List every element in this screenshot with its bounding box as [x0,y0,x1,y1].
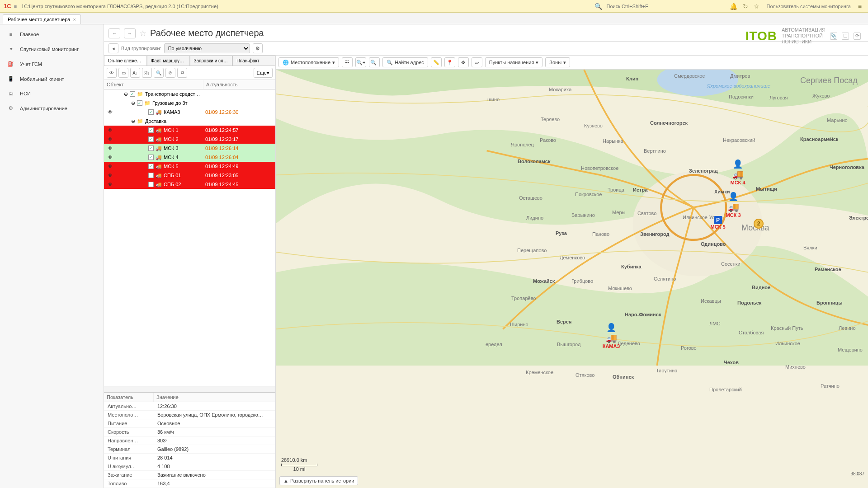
polygon-icon[interactable]: ▱ [472,57,482,67]
zoom-out-icon[interactable]: 🔍- [369,57,380,67]
tree-row[interactable]: ⊖ 📁 Транспортные средст… [104,89,275,99]
tree-row[interactable]: 👁 🚚 СПБ 0101/09 12:23:05 [104,171,275,180]
tb-sort2-icon[interactable]: Я↓ [142,68,152,78]
more-button[interactable]: Еще ▾ [254,68,273,78]
detail-row: Скорость36 км/ч [104,428,275,436]
map-city-label: Обнинск [613,374,634,380]
panel-tab[interactable]: План-факт [232,56,275,66]
map-toolbar: 🌐 Местоположение ▾ ☷ 🔍+ 🔍- 🔍 Найти адрес… [276,56,868,70]
detail-col-val: Значение [154,393,181,402]
menu-icon[interactable]: ≡ [14,4,17,9]
brand-block: ITOB АВТОМАТИЗАЦИЯТРАНСПОРТНОЙЛОГИСТИКИ … [745,27,861,45]
tb-filter-icon[interactable]: ▭ [118,68,128,78]
map-city-label: Пролетарский [709,387,742,392]
sidebar-label: Учет ГСМ [20,61,42,67]
detail-row: ТерминалGalileo (9892) [104,445,275,454]
nav-sidebar: ≡Главное✦Спутниковый мониторинг⛽Учет ГСМ… [0,24,104,488]
grouping-dropdown-icon[interactable]: ◂ [108,43,118,53]
sidebar-label: Главное [20,32,39,37]
tree-row[interactable]: 👁 🚚 СПБ 0201/09 12:24:45 [104,180,275,189]
page-title: Рабочее место диспетчера [150,28,264,38]
sidebar-icon: ⚙ [7,105,14,111]
detail-row: U аккумул…4 108 [104,462,275,471]
pin-icon[interactable]: 📍 [444,57,455,67]
sidebar-item[interactable]: 📱Мобильный клиент [0,71,104,86]
fav-icon[interactable]: ☆ [139,28,146,38]
sidebar-icon: 📱 [7,76,14,82]
layers-icon[interactable]: ☷ [342,57,353,67]
title-bar: 1C ≡ 1С:Центр спутникового мониторинга Г… [0,0,868,13]
tree-row[interactable]: 👁 🚚 МСК 301/09 12:26:14 [104,144,275,153]
user-label[interactable]: Пользователь системы мониторинга [767,4,851,9]
grouping-select[interactable]: По умолчанию [164,43,250,53]
logo-1c: 1C [4,3,11,9]
detail-row: Направлен…303° [104,436,275,445]
tb-window-icon[interactable]: ⧉ [177,68,187,78]
tree-row[interactable]: 👁 🚚 КАМАЗ01/09 12:26:30 [104,108,275,117]
tb-search-icon[interactable]: 🔍 [154,68,164,78]
h-scrollbar[interactable] [104,386,275,392]
tab-dispatcher[interactable]: Рабочее место диспетчера × [3,14,81,24]
destinations-button[interactable]: Пункты назначения ▾ [485,57,543,67]
user-menu-icon[interactable]: ≡ [858,3,862,10]
tree-row[interactable]: 👁 🚚 МСК 501/09 12:24:49 [104,162,275,171]
col-actual: Актуальность [203,80,241,89]
vehicles-panel: On-line слеже…Факт. маршру…Заправки и сл… [104,56,276,488]
nav-fwd-button[interactable]: → [124,28,136,38]
vehicle-tree[interactable]: ⊖ 📁 Транспортные средст…⊖ 📁 Грузовые до … [104,89,275,386]
sidebar-label: Мобильный клиент [20,76,64,82]
detail-row: Актуально…12:26:30 [104,402,275,411]
panel-tab[interactable]: Факт. маршру… [147,56,190,66]
sidebar-item[interactable]: ✦Спутниковый мониторинг [0,42,104,56]
tree-row[interactable]: 👁 🚚 МСК 201/09 12:23:17 [104,135,275,144]
location-button[interactable]: 🌐 Местоположение ▾ [278,57,339,67]
sidebar-item[interactable]: ⛽Учет ГСМ [0,56,104,71]
global-search-input[interactable] [605,2,727,11]
map[interactable]: 28910.0 km 10 mi 38.037 ▲ Развернуть пан… [276,70,868,488]
map-scale: 28910.0 km 10 mi [281,457,317,472]
history-icon[interactable]: ↻ [743,3,748,10]
grouping-settings-icon[interactable]: ⚙ [253,43,263,53]
sidebar-icon: ✦ [7,46,14,52]
brand-logo: ITOB [745,29,777,43]
detail-row: Местополо…Боровская улица, ОПХ Ермолино,… [104,411,275,419]
sidebar-item[interactable]: ⚙Администрирование [0,101,104,116]
sidebar-item[interactable]: 🗂НСИ [0,86,104,101]
detail-row: ПитаниеОсновное [104,419,275,428]
refresh-icon[interactable]: ⟳ [854,33,861,40]
settings2-icon[interactable]: ☐ [842,33,849,40]
close-icon[interactable]: × [73,17,75,22]
tb-sort1-icon[interactable]: A↓ [130,68,140,78]
attach-icon[interactable]: 📎 [830,33,837,40]
tree-row[interactable]: 👁 🚚 МСК 401/09 12:26:04 [104,153,275,162]
tab-label: Рабочее место диспетчера [8,17,70,22]
zones-button[interactable]: Зоны ▾ [545,57,570,67]
tree-row[interactable]: ⊖ 📁 Грузовые до 3т [104,99,275,108]
detail-row: Топливо163,4 [104,479,275,488]
map-coord: 38.037 [850,471,864,476]
star-icon[interactable]: ☆ [754,3,760,10]
app-title: 1С:Центр спутникового мониторинга ГЛОНАС… [21,4,218,9]
sidebar-label: Спутниковый мониторинг [20,47,79,52]
tb-eye-icon[interactable]: 👁 [107,68,117,78]
tree-row[interactable]: ⊖ 📁 Доставка [104,117,275,126]
nav-back-button[interactable]: ← [108,28,120,38]
col-object: Объект [104,80,203,89]
ruler-icon[interactable]: 📏 [431,57,442,67]
panel-tab[interactable]: On-line слеже… [104,56,147,66]
tb-reload-icon[interactable]: ⟳ [165,68,175,78]
map-city-label: Кременское [526,370,553,375]
select-icon[interactable]: ✥ [458,57,469,67]
bell-icon[interactable]: 🔔 [730,3,737,10]
brand-tagline: АВТОМАТИЗАЦИЯТРАНСПОРТНОЙЛОГИСТИКИ [782,27,826,45]
zoom-in-icon[interactable]: 🔍+ [355,57,366,67]
detail-row: ЗажиганиеЗажигание включено [104,471,275,479]
sidebar-item[interactable]: ≡Главное [0,27,104,42]
panel-tab[interactable]: Заправки и сл… [190,56,233,66]
history-panel-button[interactable]: ▲ Развернуть панель истории [279,476,358,485]
tree-row[interactable]: 👁 🚚 МСК 101/09 12:24:57 [104,126,275,135]
panel-toolbar: 👁 ▭ A↓ Я↓ 🔍 ⟳ ⧉ Еще ▾ [104,66,275,80]
search-icon[interactable]: 🔍 [594,3,602,10]
window-tabs: Рабочее место диспетчера × [0,13,868,24]
find-address-button[interactable]: 🔍 Найти адрес [382,57,428,67]
